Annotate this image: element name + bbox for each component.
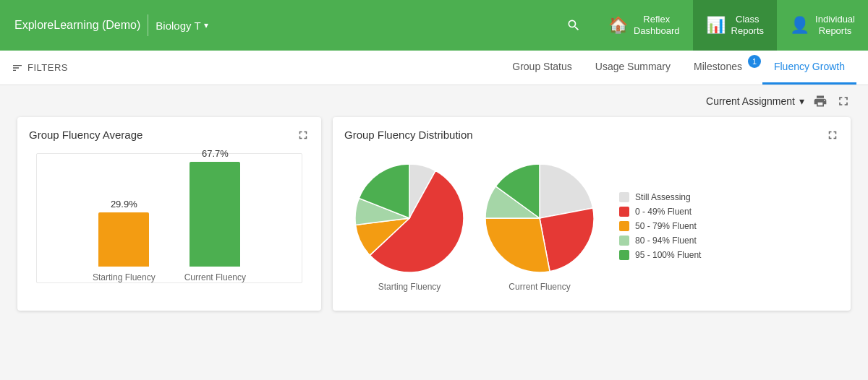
assignment-label: Current Assignment [706,95,795,107]
left-card-title: Group Fluency Average [29,129,142,141]
legend-label-0-49: 0 - 49% Fluent [635,207,692,217]
legend-label-80-94: 80 - 94% Fluent [635,236,697,246]
print-button[interactable] [813,94,827,108]
chart-icon: 📊 [706,16,726,35]
legend-still-assessing: Still Assessing [619,192,701,202]
pie-legend: Still Assessing 0 - 49% Fluent 50 - 79% … [619,192,701,260]
milestones-badge: 1 [748,55,761,68]
bar-current-value: 67.7% [202,148,229,159]
legend-color-80-94 [619,236,629,246]
current-fluency-pie-label: Current Fluency [509,282,570,292]
person-icon: 👤 [790,16,809,35]
legend-color-0-49 [619,207,629,217]
nav-individual-label: IndividualReports [815,14,855,36]
search-icon [566,18,581,33]
brand-name: ExploreLearning (Demo) [14,19,140,32]
legend-label-95-100: 95 - 100% Fluent [635,250,701,260]
current-fluency-pie-container: Current Fluency [482,160,597,292]
bar-starting-value: 29.9% [111,199,137,210]
starting-fluency-pie-label: Starting Fluency [378,282,441,292]
filters-button[interactable]: FILTERS [12,62,68,74]
nav-reflex-label: ReflexDashboard [634,14,680,36]
right-card-title: Group Fluency Distribution [344,129,473,141]
starting-fluency-pie [352,160,467,276]
header: ExploreLearning (Demo) Biology T ▾ 🏠 Ref… [0,0,868,51]
legend-color-still-assessing [619,192,629,202]
tab-group-status[interactable]: Group Status [501,51,584,85]
bar-current-label: Current Fluency [184,272,246,282]
group-fluency-distribution-card: Group Fluency Distribution Starting Flue… [333,117,851,311]
expand-icon [836,94,851,108]
legend-label-still-assessing: Still Assessing [635,192,691,202]
current-fluency-bar [190,162,240,267]
bar-starting-fluency: 29.9% Starting Fluency [93,199,156,282]
nav-class-reports[interactable]: 📊 ClassReports [693,0,778,51]
sub-nav: FILTERS Group Status Usage Summary Miles… [0,51,868,85]
search-button[interactable] [552,0,595,51]
dropdown-arrow-icon: ▾ [799,95,804,107]
legend-label-50-79: 50 - 79% Fluent [635,221,697,231]
sub-tabs: Group Status Usage Summary Milestones 1 … [501,51,856,85]
tab-fluency-growth[interactable]: Fluency Growth [762,51,856,85]
right-card-expand-icon[interactable] [826,129,839,144]
legend-80-94: 80 - 94% Fluent [619,236,701,246]
legend-50-79: 50 - 79% Fluent [619,221,701,231]
tab-milestones[interactable]: Milestones 1 [682,51,762,85]
legend-color-50-79 [619,221,629,231]
header-right: 🏠 ReflexDashboard 📊 ClassReports 👤 Indiv… [552,0,868,51]
expand-button[interactable] [836,94,851,108]
chevron-down-icon: ▾ [204,20,208,30]
bar-chart: 29.9% Starting Fluency 67.7% Current Flu… [36,153,302,283]
bar-current-fluency: 67.7% Current Fluency [184,148,246,282]
class-name-label: Biology T [156,20,200,32]
legend-color-95-100 [619,250,629,260]
filter-icon [12,62,23,74]
filters-label: FILTERS [27,62,68,73]
starting-fluency-bar [98,212,149,267]
tab-usage-summary[interactable]: Usage Summary [584,51,682,85]
left-card-expand-icon[interactable] [297,129,310,144]
print-icon [813,94,827,108]
nav-individual-reports[interactable]: 👤 IndividualReports [777,0,868,51]
starting-fluency-pie-container: Starting Fluency [352,160,467,292]
assignment-dropdown[interactable]: Current Assignment ▾ [706,95,804,107]
nav-reflex-dashboard[interactable]: 🏠 ReflexDashboard [595,0,693,51]
card-header-right: Group Fluency Distribution [344,129,839,144]
bar-starting-label: Starting Fluency [93,272,156,282]
nav-class-label: ClassReports [731,14,765,36]
home-icon: 🏠 [608,16,628,35]
legend-95-100: 95 - 100% Fluent [619,250,701,260]
current-fluency-pie [482,160,597,276]
class-selector[interactable]: Biology T ▾ [156,20,208,32]
header-left: ExploreLearning (Demo) Biology T ▾ [0,0,552,51]
card-header-left: Group Fluency Average [29,129,310,144]
header-divider [148,14,148,36]
group-fluency-average-card: Group Fluency Average 29.9% Starting Flu… [17,117,321,311]
pie-charts-area: Starting Fluency Current Fluency Still A… [344,153,839,299]
legend-0-49: 0 - 49% Fluent [619,207,701,217]
toolbar: Current Assignment ▾ [0,85,868,117]
main-content: Group Fluency Average 29.9% Starting Flu… [0,117,868,328]
